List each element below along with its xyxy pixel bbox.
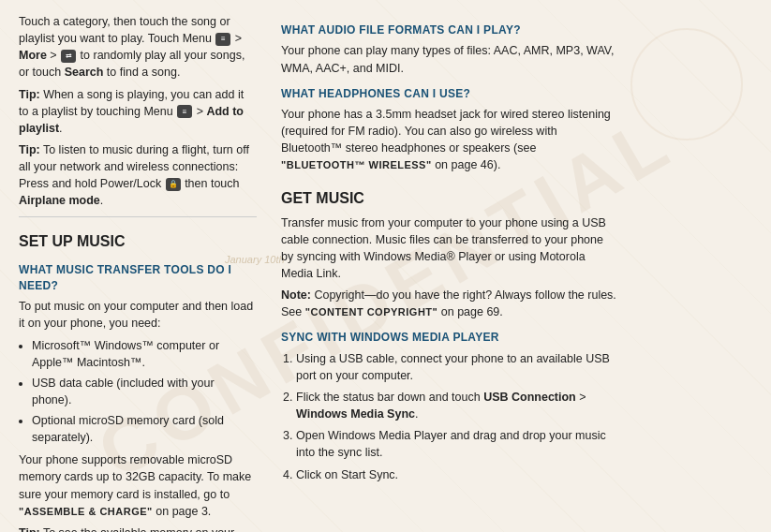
list-item: Microsoft™ Windows™ computer or Apple™ M…: [32, 337, 257, 371]
step2-text: Flick the status bar down and touch: [296, 391, 481, 404]
tip2-airplane-label: Airplane mode: [19, 194, 100, 207]
list-item: Using a USB cable, connect your phone to…: [296, 350, 618, 384]
list-item: Flick the status bar down and touch USB …: [296, 389, 618, 422]
audio-text: Your phone can play many types of files:…: [281, 42, 618, 76]
right-column: WHAT AUDIO FILE FORMATS CAN I PLAY? Your…: [272, 0, 637, 532]
tip1-menu-icon: ≡: [177, 105, 192, 118]
transfer-intro: To put music on your computer and then l…: [19, 298, 257, 332]
sync-heading: SYNC WITH WINDOWS MEDIA PLAYER: [281, 330, 618, 346]
search-label: Search: [65, 66, 104, 79]
content-copyright-label: "CONTENT COPYRIGHT": [305, 306, 438, 318]
step2-gt: >: [579, 391, 586, 404]
tip2-paragraph: Tip: To listen to music during a flight,…: [19, 141, 257, 210]
menu-icon: ≡: [215, 33, 230, 46]
tip3-label: Tip:: [19, 526, 40, 532]
list-item: USB data cable (included with your phone…: [32, 375, 257, 408]
note-text2: on page 69.: [441, 305, 503, 318]
tip1-period: .: [59, 122, 62, 135]
sync-steps-list: Using a USB cable, connect your phone to…: [296, 350, 618, 483]
note-paragraph: Note: Copyright—do you have the right? A…: [281, 287, 618, 320]
tip2-period: .: [100, 194, 103, 207]
list-item: Click on Start Sync.: [296, 466, 618, 483]
list-item: Open Windows Media Player and drag and d…: [296, 427, 618, 461]
setup-heading: SET UP MUSIC: [19, 230, 257, 252]
tip2-lock-icon: 🔒: [166, 178, 181, 191]
getmusic-text: Transfer music from your computer to you…: [281, 214, 618, 283]
audio-heading: WHAT AUDIO FILE FORMATS CAN I PLAY?: [281, 22, 618, 38]
bluetooth-label: "BLUETOOTH™ WIRELESS": [281, 159, 432, 170]
step2-period: .: [415, 407, 418, 421]
left-column: Touch a category, then touch the song or…: [0, 0, 272, 532]
list-item: Optional microSD memory card (sold separ…: [32, 412, 257, 446]
more-label: More: [19, 49, 47, 62]
tip3-paragraph: Tip: To see the available memory on your…: [19, 525, 257, 532]
headphones-paragraph: Your phone has a 3.5mm headset jack for …: [281, 106, 618, 174]
headphones-text2: on page 46).: [435, 158, 500, 171]
step2-bold1: USB Connection: [483, 391, 576, 404]
tip1-label: Tip:: [19, 88, 40, 101]
transfer-heading: WHAT MUSIC TRANSFER TOOLS DO I NEED?: [19, 262, 257, 295]
memory-text: Your phone supports removable microSD me…: [19, 451, 257, 520]
note-label: Note:: [281, 288, 311, 302]
intro-text4: to find a song.: [107, 66, 181, 79]
tip1-paragraph: Tip: When a song is playing, you can add…: [19, 86, 257, 137]
divider-1: [19, 216, 257, 217]
tip3-text: To see the available memory on your memo…: [19, 526, 234, 532]
assemble-label: "ASSEMBLE & CHARGE": [19, 506, 153, 517]
shuffle-icon: ⇄: [61, 50, 76, 63]
step2-bold2: Windows Media Sync: [296, 407, 415, 421]
tip2-then: then touch: [185, 177, 239, 190]
tip1-gt: >: [197, 105, 207, 118]
headphones-text: Your phone has a 3.5mm headset jack for …: [281, 108, 611, 155]
headphones-heading: WHAT HEADPHONES CAN I USE?: [281, 86, 618, 102]
requirements-list: Microsoft™ Windows™ computer or Apple™ M…: [32, 337, 257, 447]
intro-paragraph: Touch a category, then touch the song or…: [19, 13, 257, 81]
tip2-label: Tip:: [19, 143, 40, 156]
on-page3: on page 3.: [156, 505, 211, 518]
memory-text-content: Your phone supports removable microSD me…: [19, 453, 251, 500]
getmusic-heading: GET MUSIC: [281, 187, 618, 209]
